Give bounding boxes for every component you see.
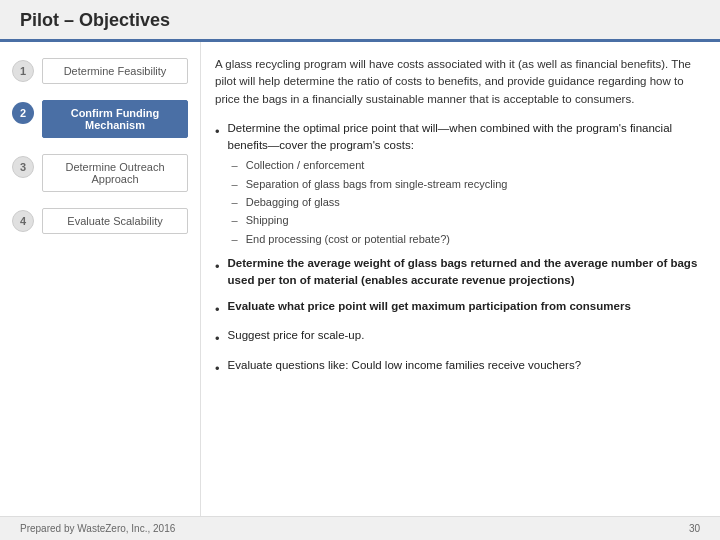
- sub-dash: –: [232, 232, 238, 247]
- step-2-number: 2: [12, 102, 34, 124]
- sub-dash: –: [232, 158, 238, 173]
- step-3-number: 3: [12, 156, 34, 178]
- step-3-label: Determine Outreach Approach: [42, 154, 188, 192]
- sidebar: 1 Determine Feasibility 2 Confirm Fundin…: [0, 42, 200, 516]
- step-4: 4 Evaluate Scalability: [12, 208, 188, 234]
- bullet-4-content: Suggest price for scale-up.: [228, 329, 365, 341]
- bullet-2-text: Determine the average weight of glass ba…: [228, 255, 700, 290]
- step-4-label: Evaluate Scalability: [42, 208, 188, 234]
- step-1: 1 Determine Feasibility: [12, 58, 188, 84]
- bullet-section: • Determine the optimal price point that…: [215, 120, 700, 378]
- sub-bullet-1-3-text: Debagging of glass: [246, 195, 340, 210]
- step-2: 2 Confirm Funding Mechanism: [12, 100, 188, 138]
- bullet-1-text: Determine the optimal price point that w…: [228, 120, 700, 247]
- bullet-1-content: Determine the optimal price point that w…: [228, 122, 673, 151]
- bullet-4: • Suggest price for scale-up.: [215, 327, 700, 349]
- step-1-label: Determine Feasibility: [42, 58, 188, 84]
- sub-bullet-1-5-text: End processing (cost or potential rebate…: [246, 232, 450, 247]
- sub-bullet-1-5: – End processing (cost or potential reba…: [232, 232, 700, 247]
- sub-bullet-1-4-text: Shipping: [246, 213, 289, 228]
- bullet-5-text: Evaluate questions like: Could low incom…: [228, 357, 700, 374]
- page: Pilot – Objectives 1 Determine Feasibili…: [0, 0, 720, 540]
- step-2-label: Confirm Funding Mechanism: [42, 100, 188, 138]
- bullet-5-content: Evaluate questions like: Could low incom…: [228, 359, 581, 371]
- bullet-2: • Determine the average weight of glass …: [215, 255, 700, 290]
- footer-left: Prepared by WasteZero, Inc., 2016: [20, 523, 175, 534]
- bullet-3-content: Evaluate what price point will get maxim…: [228, 300, 631, 312]
- step-4-number: 4: [12, 210, 34, 232]
- footer: Prepared by WasteZero, Inc., 2016 30: [0, 516, 720, 540]
- main-content: A glass recycling program will have cost…: [200, 42, 720, 516]
- step-3: 3 Determine Outreach Approach: [12, 154, 188, 192]
- bullet-5: • Evaluate questions like: Could low inc…: [215, 357, 700, 379]
- sub-bullet-1-2-text: Separation of glass bags from single-str…: [246, 177, 508, 192]
- bullet-3: • Evaluate what price point will get max…: [215, 298, 700, 320]
- page-title: Pilot – Objectives: [20, 10, 170, 30]
- sub-bullet-1-1-text: Collection / enforcement: [246, 158, 365, 173]
- step-1-number: 1: [12, 60, 34, 82]
- intro-paragraph: A glass recycling program will have cost…: [215, 56, 700, 108]
- bullet-3-text: Evaluate what price point will get maxim…: [228, 298, 700, 315]
- sub-bullet-1-3: – Debagging of glass: [232, 195, 700, 210]
- content-area: 1 Determine Feasibility 2 Confirm Fundin…: [0, 42, 720, 516]
- sub-bullet-1-2: – Separation of glass bags from single-s…: [232, 177, 700, 192]
- bullet-2-dot: •: [215, 257, 220, 277]
- sub-dash: –: [232, 213, 238, 228]
- sub-bullet-1-4: – Shipping: [232, 213, 700, 228]
- bullet-2-content: Determine the average weight of glass ba…: [228, 257, 698, 286]
- sub-dash: –: [232, 195, 238, 210]
- sub-dash: –: [232, 177, 238, 192]
- header: Pilot – Objectives: [0, 0, 720, 42]
- bullet-5-dot: •: [215, 359, 220, 379]
- footer-right: 30: [689, 523, 700, 534]
- bullet-1-dot: •: [215, 122, 220, 142]
- bullet-4-text: Suggest price for scale-up.: [228, 327, 700, 344]
- bullet-1: • Determine the optimal price point that…: [215, 120, 700, 247]
- bullet-3-dot: •: [215, 300, 220, 320]
- sub-bullets-1: – Collection / enforcement – Separation …: [228, 158, 700, 247]
- bullet-4-dot: •: [215, 329, 220, 349]
- sub-bullet-1-1: – Collection / enforcement: [232, 158, 700, 173]
